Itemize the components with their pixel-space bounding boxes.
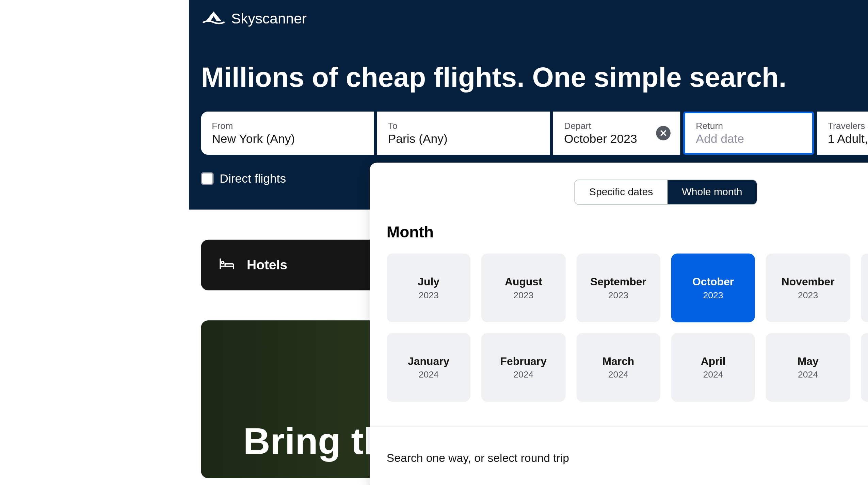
- picker-footer-text: Search one way, or select round trip: [387, 451, 569, 465]
- month-year: 2024: [608, 369, 628, 380]
- month-name: February: [500, 355, 547, 368]
- month-card-october-2023[interactable]: October2023: [671, 254, 755, 322]
- from-label: From: [212, 120, 363, 131]
- month-card-april-2024[interactable]: April2024: [671, 333, 755, 402]
- hotels-label: Hotels: [247, 257, 287, 273]
- month-card-january-2024[interactable]: January2024: [387, 333, 471, 402]
- month-card-february-2024[interactable]: February2024: [481, 333, 565, 402]
- header: Skyscanner: [201, 0, 868, 37]
- month-card-may-2024[interactable]: May2024: [766, 333, 850, 402]
- travelers-label: Travelers & cabin class: [828, 120, 868, 131]
- month-name: November: [782, 276, 835, 288]
- from-field[interactable]: From New York (Any): [201, 112, 374, 155]
- month-grid: July2023August2023September2023October20…: [370, 254, 868, 426]
- return-field[interactable]: Return Add date: [683, 112, 814, 155]
- month-card-august-2023[interactable]: August2023: [481, 254, 565, 322]
- travelers-value: 1 Adult, Economy: [828, 132, 868, 146]
- month-year: 2024: [419, 369, 439, 380]
- month-year: 2024: [513, 369, 533, 380]
- return-placeholder: Add date: [696, 132, 801, 146]
- month-year: 2023: [798, 290, 818, 300]
- month-year: 2023: [419, 290, 439, 300]
- depart-value: October 2023: [564, 132, 669, 146]
- bed-icon: [219, 256, 235, 273]
- month-name: September: [590, 276, 646, 288]
- month-card-march-2024[interactable]: March2024: [576, 333, 660, 402]
- month-card-july-2023[interactable]: July2023: [387, 254, 471, 322]
- month-card-november-2023[interactable]: November2023: [766, 254, 850, 322]
- depart-label: Depart: [564, 120, 669, 131]
- to-field[interactable]: To Paris (Any): [377, 112, 550, 155]
- tab-whole-month[interactable]: Whole month: [668, 180, 757, 204]
- month-name: July: [418, 276, 439, 288]
- tab-specific-dates[interactable]: Specific dates: [575, 180, 667, 204]
- month-year: 2024: [798, 369, 818, 380]
- month-year: 2023: [608, 290, 628, 300]
- date-mode-tabs: Specific dates Whole month: [574, 180, 757, 205]
- month-name: May: [798, 355, 819, 368]
- month-heading: Month: [370, 217, 868, 254]
- logo-text: Skyscanner: [231, 10, 307, 27]
- direct-flights-checkbox[interactable]: [201, 172, 213, 185]
- month-card-september-2023[interactable]: September2023: [576, 254, 660, 322]
- to-label: To: [388, 120, 540, 131]
- date-picker-popover: Specific dates Whole month Month July202…: [370, 163, 868, 485]
- month-year: 2024: [703, 369, 723, 380]
- month-year: 2023: [513, 290, 533, 300]
- month-name: March: [602, 355, 634, 368]
- logo[interactable]: Skyscanner: [201, 10, 307, 27]
- month-card-december-2023[interactable]: December2023: [861, 254, 868, 322]
- depart-field[interactable]: Depart October 2023: [553, 112, 680, 155]
- month-card-june-2024[interactable]: June2024: [861, 333, 868, 402]
- month-year: 2023: [703, 290, 723, 300]
- direct-flights-label: Direct flights: [220, 172, 286, 186]
- return-label: Return: [696, 120, 801, 131]
- to-value: Paris (Any): [388, 132, 540, 146]
- month-name: April: [701, 355, 726, 368]
- month-name: October: [692, 276, 734, 288]
- search-form: From New York (Any) To Paris (Any) Depar…: [201, 112, 868, 155]
- from-value: New York (Any): [212, 132, 363, 146]
- month-name: August: [505, 276, 542, 288]
- skyscanner-logo-icon: [201, 10, 226, 27]
- clear-depart-icon[interactable]: [656, 126, 671, 140]
- travelers-field[interactable]: Travelers & cabin class 1 Adult, Economy: [817, 112, 868, 155]
- month-name: January: [408, 355, 449, 368]
- page-headline: Millions of cheap flights. One simple se…: [201, 37, 868, 112]
